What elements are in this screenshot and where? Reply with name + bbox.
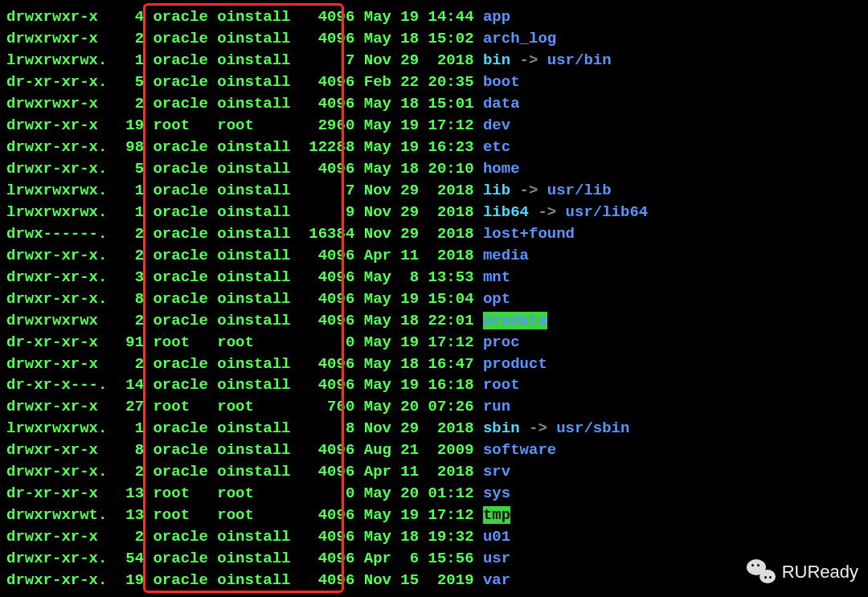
group: oinstall xyxy=(217,160,290,178)
owner: oracle xyxy=(153,290,207,308)
file-name: u01 xyxy=(483,528,510,546)
owner: oracle xyxy=(153,441,207,459)
group: oinstall xyxy=(217,571,290,589)
size: 4096 xyxy=(300,290,354,308)
file-name: media xyxy=(483,247,529,264)
link-count: 2 xyxy=(117,247,144,264)
link-count: 5 xyxy=(117,160,144,178)
file-row: drwxrwxr-x 2 oracle oinstall 4096 May 18… xyxy=(6,93,862,115)
permissions: drwxrwxrwx xyxy=(6,312,107,329)
owner: oracle xyxy=(153,160,207,178)
group: oinstall xyxy=(217,51,290,69)
file-row: lrwxrwxrwx. 1 oracle oinstall 8 Nov 29 2… xyxy=(6,418,862,440)
owner: oracle xyxy=(153,51,207,69)
link-count: 2 xyxy=(117,95,144,112)
date: May 19 17:12 xyxy=(364,333,474,351)
link-count: 8 xyxy=(117,441,144,459)
file-row: drwxrwxr-x 2 oracle oinstall 4096 May 18… xyxy=(6,28,862,50)
group: oinstall xyxy=(217,138,290,156)
permissions: drwxr-xr-x xyxy=(6,398,107,415)
file-name: boot xyxy=(483,73,520,91)
file-name: srv xyxy=(483,463,510,480)
permissions: drwx------. xyxy=(6,225,107,243)
link-count: 5 xyxy=(117,73,144,91)
date: Nov 29 2018 xyxy=(364,203,474,221)
symlink-arrow: -> xyxy=(538,203,556,221)
file-row: dr-xr-xr-x 91 root root 0 May 19 17:12 p… xyxy=(6,332,862,354)
size: 4096 xyxy=(300,463,354,480)
owner: root xyxy=(153,398,207,415)
symlink-arrow: -> xyxy=(520,51,538,69)
owner: oracle xyxy=(153,419,207,437)
permissions: drwxr-xr-x xyxy=(6,355,107,373)
permissions: drwxr-xr-x xyxy=(6,117,107,134)
owner: oracle xyxy=(153,247,207,264)
owner: oracle xyxy=(153,182,207,199)
link-count: 13 xyxy=(117,485,144,502)
group: oinstall xyxy=(217,528,290,546)
date: Aug 21 2009 xyxy=(364,441,474,459)
size: 760 xyxy=(300,398,354,415)
permissions: drwxr-xr-x. xyxy=(6,463,107,480)
file-name: home xyxy=(483,160,520,178)
size: 4096 xyxy=(300,506,354,524)
permissions: dr-xr-xr-x xyxy=(6,333,107,351)
owner: oracle xyxy=(153,355,207,373)
date: May 19 16:23 xyxy=(364,138,474,156)
link-count: 91 xyxy=(117,333,144,351)
date: Nov 15 2019 xyxy=(364,571,474,589)
owner: oracle xyxy=(153,376,207,394)
link-count: 2 xyxy=(117,225,144,243)
file-row: drwxr-xr-x 2 oracle oinstall 4096 May 18… xyxy=(6,526,862,548)
link-count: 1 xyxy=(117,419,144,437)
link-count: 2 xyxy=(117,463,144,480)
file-row: drwxr-xr-x. 2 oracle oinstall 4096 Apr 1… xyxy=(6,461,862,483)
owner: oracle xyxy=(153,73,207,91)
permissions: drwxr-xr-x. xyxy=(6,290,107,308)
size: 4096 xyxy=(300,95,354,112)
group: oinstall xyxy=(217,376,290,394)
owner: root xyxy=(153,333,207,351)
file-row: drwxr-xr-x. 3 oracle oinstall 4096 May 8… xyxy=(6,267,862,288)
permissions: dr-xr-xr-x. xyxy=(6,73,107,91)
link-count: 2 xyxy=(117,312,144,329)
file-row: lrwxrwxrwx. 1 oracle oinstall 7 Nov 29 2… xyxy=(6,50,862,72)
size: 7 xyxy=(300,51,354,69)
symlink-arrow: -> xyxy=(529,419,547,437)
permissions: drwxr-xr-x. xyxy=(6,160,107,178)
symlink-target: usr/lib64 xyxy=(566,203,649,221)
size: 4096 xyxy=(300,30,354,47)
watermark-text: RUReady xyxy=(782,559,858,584)
size: 4096 xyxy=(300,73,354,91)
owner: oracle xyxy=(153,95,207,112)
date: May 19 16:18 xyxy=(364,376,474,394)
file-name: proc xyxy=(483,333,520,351)
file-listing: drwxrwxr-x 4 oracle oinstall 4096 May 19… xyxy=(6,6,862,591)
size: 4096 xyxy=(300,376,354,394)
date: May 18 15:02 xyxy=(364,30,474,47)
file-name: lost+found xyxy=(483,225,575,243)
file-name: run xyxy=(483,398,510,415)
owner: oracle xyxy=(153,30,207,47)
size: 8 xyxy=(300,419,354,437)
permissions: drwxrwxr-x xyxy=(6,30,107,47)
file-row: drwxr-xr-x. 54 oracle oinstall 4096 Apr … xyxy=(6,548,862,570)
file-row: drwxrwxr-x 4 oracle oinstall 4096 May 19… xyxy=(6,6,862,28)
size: 16384 xyxy=(300,225,354,243)
link-count: 4 xyxy=(117,8,144,26)
size: 4096 xyxy=(300,528,354,546)
link-count: 2 xyxy=(117,30,144,47)
file-name: sys xyxy=(483,485,510,502)
file-row: drwxr-xr-x. 5 oracle oinstall 4096 May 1… xyxy=(6,158,862,180)
owner: oracle xyxy=(153,550,207,567)
file-name: etc xyxy=(483,138,510,156)
size: 4096 xyxy=(300,550,354,567)
file-row: drwxr-xr-x. 8 oracle oinstall 4096 May 1… xyxy=(6,288,862,310)
owner: oracle xyxy=(153,138,207,156)
owner: oracle xyxy=(153,268,207,286)
link-count: 1 xyxy=(117,203,144,221)
group: oinstall xyxy=(217,30,290,47)
file-row: drwxrwxrwt. 13 root root 4096 May 19 17:… xyxy=(6,505,862,526)
group: root xyxy=(217,117,290,134)
file-row: drwxrwxrwx 2 oracle oinstall 4096 May 18… xyxy=(6,310,862,332)
